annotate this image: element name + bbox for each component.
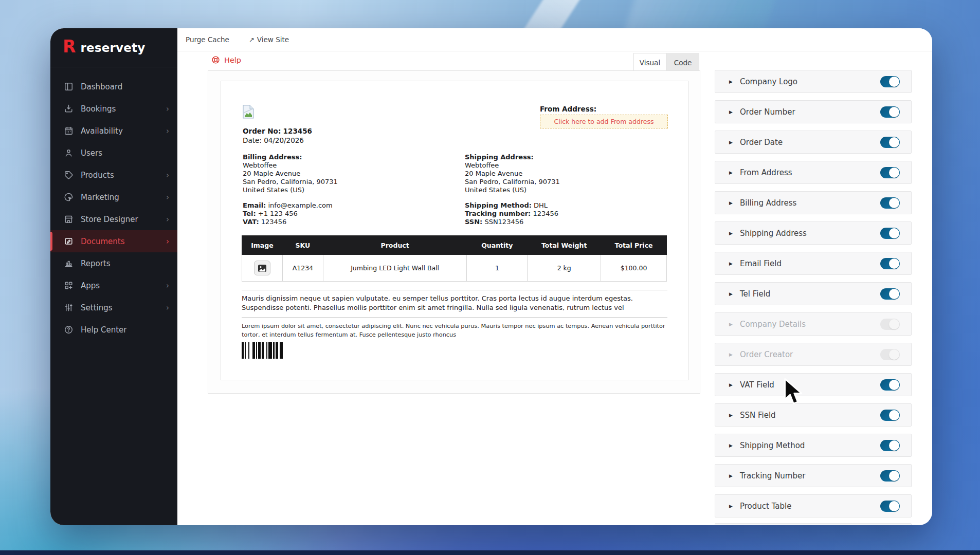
availability-icon (64, 126, 74, 136)
company-logo-toggle[interactable] (880, 76, 900, 87)
sidebar-item-settings[interactable]: Settings (50, 297, 177, 319)
field-row-from-address[interactable]: From Address (715, 161, 912, 184)
sidebar-item-users[interactable]: Users (50, 142, 177, 164)
brand-logo[interactable]: R reservety (50, 28, 177, 67)
caret-right-icon[interactable] (729, 473, 733, 478)
image-placeholder-icon[interactable] (254, 261, 270, 275)
reports-icon (64, 258, 74, 268)
caret-right-icon[interactable] (729, 109, 733, 115)
app-window: R reservety Dashboard Bookings Availabil… (50, 28, 932, 525)
field-row-vat-field[interactable]: VAT Field (715, 373, 912, 396)
product-table-toggle[interactable] (880, 501, 900, 512)
users-icon (64, 148, 74, 158)
order-no-label: Order No: (243, 127, 281, 135)
field-row-order-number[interactable]: Order Number (715, 100, 912, 123)
sidebar-item-help-center[interactable]: Help Center (50, 319, 177, 341)
sidebar-item-documents[interactable]: Documents (50, 230, 177, 252)
view-site-link[interactable]: View Site (249, 35, 289, 44)
purge-cache-link[interactable]: Purge Cache (186, 35, 229, 44)
caret-right-icon[interactable] (729, 200, 733, 206)
external-link-icon (249, 35, 255, 44)
sidebar-item-store-designer[interactable]: Store Designer (50, 208, 177, 230)
billing-address-block: Billing Address: Webtoffee 20 Maple Aven… (243, 153, 448, 226)
field-row-order-date[interactable]: Order Date (715, 131, 912, 154)
shipping-address-block: Shipping Address: Webtoffee 20 Maple Ave… (465, 153, 670, 226)
product-table-header-row: Image SKU Product Quantity Total Weight … (242, 236, 667, 255)
chevron-right-icon (166, 171, 169, 180)
caret-right-icon[interactable] (729, 261, 733, 266)
divider (242, 290, 667, 290)
bookings-icon (64, 104, 74, 114)
brand-name: reservety (80, 41, 145, 54)
caret-right-icon[interactable] (729, 504, 733, 509)
billing-address-toggle[interactable] (880, 197, 900, 209)
chevron-right-icon (166, 303, 169, 312)
sidebar-item-bookings[interactable]: Bookings (50, 98, 177, 120)
sidebar-item-apps[interactable]: Apps (50, 274, 177, 297)
lifebuoy-icon (211, 55, 220, 64)
admin-topbar: Purge Cache View Site (177, 28, 932, 51)
caret-right-icon[interactable] (729, 382, 733, 387)
caret-right-icon[interactable] (729, 413, 733, 418)
vat-field-toggle[interactable] (880, 379, 900, 391)
tab-visual[interactable]: Visual (633, 53, 666, 72)
sidebar: R reservety Dashboard Bookings Availabil… (50, 28, 177, 525)
field-row-partial (715, 523, 912, 525)
from-address-toggle[interactable] (880, 167, 900, 178)
field-row-company-details[interactable]: Company Details (715, 312, 912, 336)
add-from-address-button[interactable]: Click here to add From address (540, 115, 668, 128)
sidebar-item-reports[interactable]: Reports (50, 252, 177, 274)
field-row-order-creator[interactable]: Order Creator (715, 343, 912, 366)
caret-right-icon[interactable] (729, 322, 733, 327)
shipping-address-toggle[interactable] (880, 228, 900, 239)
field-row-shipping-method[interactable]: Shipping Method (715, 434, 912, 457)
caret-right-icon[interactable] (729, 352, 733, 357)
documents-icon (64, 236, 74, 246)
main-area: Purge Cache View Site Help Visual Code (177, 28, 932, 525)
field-row-shipping-address[interactable]: Shipping Address (715, 221, 912, 245)
sidebar-item-marketing[interactable]: Marketing (50, 186, 177, 208)
order-date-toggle[interactable] (880, 137, 900, 148)
sidebar-item-availability[interactable]: Availability (50, 120, 177, 142)
apps-icon (64, 281, 74, 290)
sidebar-item-products[interactable]: Products (50, 164, 177, 186)
field-row-billing-address[interactable]: Billing Address (715, 191, 912, 214)
chevron-right-icon (166, 215, 169, 224)
invoice-preview: Order No: 123456 Date: 04/20/2026 From A… (221, 81, 688, 380)
caret-right-icon[interactable] (729, 291, 733, 297)
ssn-field-toggle[interactable] (880, 410, 900, 421)
tab-code[interactable]: Code (666, 53, 699, 72)
field-row-tracking-number[interactable]: Tracking Number (715, 464, 912, 487)
caret-right-icon[interactable] (729, 140, 733, 145)
order-creator-toggle[interactable] (880, 349, 900, 360)
field-row-tel-field[interactable]: Tel Field (715, 282, 912, 305)
product-table-row: A1234 Jumbing LED Light Wall Ball 1 2 kg… (242, 255, 667, 282)
field-row-email-field[interactable]: Email Field (715, 252, 912, 275)
broken-image-icon[interactable] (243, 105, 254, 119)
caret-right-icon[interactable] (729, 231, 733, 236)
editor-mode-tabs: Visual Code (633, 53, 699, 72)
chevron-right-icon (166, 126, 169, 136)
barcode (242, 342, 283, 359)
caret-right-icon[interactable] (729, 170, 733, 175)
document-editor[interactable]: Order No: 123456 Date: 04/20/2026 From A… (208, 70, 700, 394)
products-icon (64, 170, 74, 180)
field-row-company-logo[interactable]: Company Logo (715, 70, 912, 93)
field-row-product-table[interactable]: Product Table (715, 494, 912, 517)
order-date-value: 04/20/2026 (264, 136, 304, 144)
order-date-label: Date: (243, 136, 262, 144)
caret-right-icon[interactable] (729, 443, 733, 448)
company-details-toggle[interactable] (880, 319, 900, 330)
shipping-method-toggle[interactable] (880, 440, 900, 451)
tracking-number-toggle[interactable] (880, 470, 900, 482)
email-field-toggle[interactable] (880, 258, 900, 269)
chevron-right-icon (166, 193, 169, 202)
order-meta: Order No: 123456 Date: 04/20/2026 (243, 126, 312, 145)
field-row-ssn-field[interactable]: SSN Field (715, 403, 912, 427)
help-link[interactable]: Help (211, 55, 241, 64)
caret-right-icon[interactable] (729, 79, 733, 84)
sidebar-item-dashboard[interactable]: Dashboard (50, 76, 177, 98)
order-number-toggle[interactable] (880, 106, 900, 118)
tel-field-toggle[interactable] (880, 288, 900, 300)
divider (242, 317, 667, 318)
